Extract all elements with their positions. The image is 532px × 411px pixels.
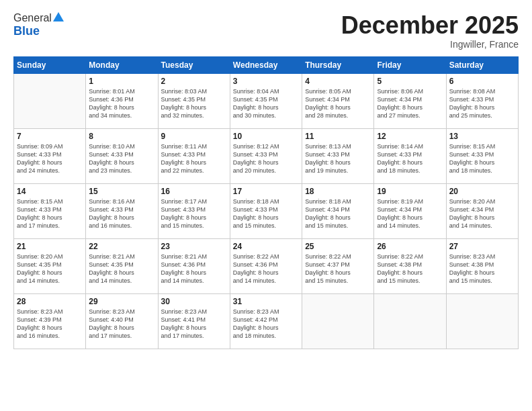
day-detail: Sunrise: 8:23 AM Sunset: 4:40 PM Dayligh… bbox=[89, 308, 154, 340]
col-monday: Monday bbox=[86, 56, 158, 73]
day-detail: Sunrise: 8:16 AM Sunset: 4:33 PM Dayligh… bbox=[89, 197, 154, 230]
day-number: 18 bbox=[305, 187, 371, 196]
day-number: 14 bbox=[17, 187, 83, 196]
day-number: 13 bbox=[449, 132, 515, 141]
header-row: Sunday Monday Tuesday Wednesday Thursday… bbox=[14, 56, 519, 73]
day-cell: 23Sunrise: 8:21 AM Sunset: 4:36 PM Dayli… bbox=[158, 238, 230, 293]
day-cell: 30Sunrise: 8:23 AM Sunset: 4:41 PM Dayli… bbox=[158, 293, 230, 349]
day-detail: Sunrise: 8:23 AM Sunset: 4:39 PM Dayligh… bbox=[17, 308, 83, 340]
week-row-2: 7Sunrise: 8:09 AM Sunset: 4:33 PM Daylig… bbox=[14, 128, 519, 183]
day-cell: 11Sunrise: 8:13 AM Sunset: 4:33 PM Dayli… bbox=[302, 128, 374, 183]
week-row-3: 14Sunrise: 8:15 AM Sunset: 4:33 PM Dayli… bbox=[14, 183, 519, 238]
day-detail: Sunrise: 8:23 AM Sunset: 4:38 PM Dayligh… bbox=[449, 253, 515, 285]
day-cell: 8Sunrise: 8:10 AM Sunset: 4:33 PM Daylig… bbox=[86, 128, 158, 183]
day-number: 27 bbox=[449, 242, 515, 251]
col-wednesday: Wednesday bbox=[230, 56, 302, 73]
title-month: December 2025 bbox=[341, 12, 519, 39]
day-number: 15 bbox=[89, 187, 154, 196]
day-detail: Sunrise: 8:01 AM Sunset: 4:36 PM Dayligh… bbox=[89, 87, 154, 120]
week-row-4: 21Sunrise: 8:20 AM Sunset: 4:35 PM Dayli… bbox=[14, 238, 519, 293]
day-number: 5 bbox=[377, 77, 443, 86]
logo-icon bbox=[53, 12, 64, 21]
day-detail: Sunrise: 8:13 AM Sunset: 4:33 PM Dayligh… bbox=[305, 142, 371, 175]
day-cell: 14Sunrise: 8:15 AM Sunset: 4:33 PM Dayli… bbox=[14, 183, 86, 238]
day-cell: 12Sunrise: 8:14 AM Sunset: 4:33 PM Dayli… bbox=[374, 128, 446, 183]
day-cell: 19Sunrise: 8:19 AM Sunset: 4:34 PM Dayli… bbox=[374, 183, 446, 238]
day-cell: 29Sunrise: 8:23 AM Sunset: 4:40 PM Dayli… bbox=[86, 293, 158, 349]
day-detail: Sunrise: 8:12 AM Sunset: 4:33 PM Dayligh… bbox=[233, 142, 299, 175]
day-detail: Sunrise: 8:20 AM Sunset: 4:34 PM Dayligh… bbox=[449, 197, 515, 230]
svg-marker-0 bbox=[53, 12, 64, 21]
day-cell: 28Sunrise: 8:23 AM Sunset: 4:39 PM Dayli… bbox=[14, 293, 86, 349]
day-cell: 26Sunrise: 8:22 AM Sunset: 4:38 PM Dayli… bbox=[374, 238, 446, 293]
day-cell bbox=[302, 293, 374, 349]
day-number: 31 bbox=[233, 297, 299, 306]
week-row-5: 28Sunrise: 8:23 AM Sunset: 4:39 PM Dayli… bbox=[14, 293, 519, 349]
day-detail: Sunrise: 8:15 AM Sunset: 4:33 PM Dayligh… bbox=[17, 197, 83, 230]
day-detail: Sunrise: 8:11 AM Sunset: 4:33 PM Dayligh… bbox=[161, 142, 227, 175]
day-detail: Sunrise: 8:18 AM Sunset: 4:34 PM Dayligh… bbox=[305, 197, 371, 230]
day-cell: 9Sunrise: 8:11 AM Sunset: 4:33 PM Daylig… bbox=[158, 128, 230, 183]
col-sunday: Sunday bbox=[14, 56, 86, 73]
day-detail: Sunrise: 8:04 AM Sunset: 4:35 PM Dayligh… bbox=[233, 87, 299, 120]
day-detail: Sunrise: 8:08 AM Sunset: 4:33 PM Dayligh… bbox=[449, 87, 515, 120]
day-cell: 3Sunrise: 8:04 AM Sunset: 4:35 PM Daylig… bbox=[230, 73, 302, 128]
day-number: 6 bbox=[449, 77, 515, 86]
title-block: December 2025 Ingwiller, France bbox=[341, 12, 519, 50]
day-cell: 10Sunrise: 8:12 AM Sunset: 4:33 PM Dayli… bbox=[230, 128, 302, 183]
week-row-1: 1Sunrise: 8:01 AM Sunset: 4:36 PM Daylig… bbox=[14, 73, 519, 128]
logo-general: General bbox=[13, 12, 52, 24]
day-detail: Sunrise: 8:19 AM Sunset: 4:34 PM Dayligh… bbox=[377, 197, 443, 230]
col-thursday: Thursday bbox=[302, 56, 374, 73]
day-number: 16 bbox=[161, 187, 227, 196]
day-detail: Sunrise: 8:21 AM Sunset: 4:36 PM Dayligh… bbox=[161, 253, 227, 285]
day-cell bbox=[374, 293, 446, 349]
day-cell: 31Sunrise: 8:23 AM Sunset: 4:42 PM Dayli… bbox=[230, 293, 302, 349]
day-cell bbox=[14, 73, 86, 128]
day-detail: Sunrise: 8:23 AM Sunset: 4:42 PM Dayligh… bbox=[233, 308, 299, 340]
day-detail: Sunrise: 8:10 AM Sunset: 4:33 PM Dayligh… bbox=[89, 142, 154, 175]
day-cell: 25Sunrise: 8:22 AM Sunset: 4:37 PM Dayli… bbox=[302, 238, 374, 293]
day-detail: Sunrise: 8:22 AM Sunset: 4:36 PM Dayligh… bbox=[233, 253, 299, 285]
day-cell: 1Sunrise: 8:01 AM Sunset: 4:36 PM Daylig… bbox=[86, 73, 158, 128]
day-number: 24 bbox=[233, 242, 299, 251]
day-detail: Sunrise: 8:20 AM Sunset: 4:35 PM Dayligh… bbox=[17, 253, 83, 285]
day-cell: 27Sunrise: 8:23 AM Sunset: 4:38 PM Dayli… bbox=[446, 238, 518, 293]
day-number: 22 bbox=[89, 242, 154, 251]
day-cell bbox=[446, 293, 518, 349]
calendar: Sunday Monday Tuesday Wednesday Thursday… bbox=[13, 56, 519, 349]
day-number: 21 bbox=[17, 242, 83, 251]
day-number: 28 bbox=[17, 297, 83, 306]
day-number: 7 bbox=[17, 132, 83, 141]
logo: General Blue bbox=[13, 12, 64, 38]
day-cell: 13Sunrise: 8:15 AM Sunset: 4:33 PM Dayli… bbox=[446, 128, 518, 183]
day-number: 9 bbox=[161, 132, 227, 141]
col-tuesday: Tuesday bbox=[158, 56, 230, 73]
day-number: 12 bbox=[377, 132, 443, 141]
day-cell: 5Sunrise: 8:06 AM Sunset: 4:34 PM Daylig… bbox=[374, 73, 446, 128]
day-number: 4 bbox=[305, 77, 371, 86]
day-detail: Sunrise: 8:21 AM Sunset: 4:35 PM Dayligh… bbox=[89, 253, 154, 285]
header: General Blue December 2025 Ingwiller, Fr… bbox=[13, 12, 519, 50]
day-cell: 21Sunrise: 8:20 AM Sunset: 4:35 PM Dayli… bbox=[14, 238, 86, 293]
day-number: 17 bbox=[233, 187, 299, 196]
day-detail: Sunrise: 8:15 AM Sunset: 4:33 PM Dayligh… bbox=[449, 142, 515, 175]
day-cell: 4Sunrise: 8:05 AM Sunset: 4:34 PM Daylig… bbox=[302, 73, 374, 128]
day-number: 3 bbox=[233, 77, 299, 86]
day-number: 19 bbox=[377, 187, 443, 196]
day-number: 30 bbox=[161, 297, 227, 306]
day-number: 29 bbox=[89, 297, 154, 306]
day-detail: Sunrise: 8:06 AM Sunset: 4:34 PM Dayligh… bbox=[377, 87, 443, 120]
title-location: Ingwiller, France bbox=[341, 39, 519, 50]
day-number: 10 bbox=[233, 132, 299, 141]
day-detail: Sunrise: 8:03 AM Sunset: 4:35 PM Dayligh… bbox=[161, 87, 227, 120]
day-cell: 6Sunrise: 8:08 AM Sunset: 4:33 PM Daylig… bbox=[446, 73, 518, 128]
day-detail: Sunrise: 8:22 AM Sunset: 4:38 PM Dayligh… bbox=[377, 253, 443, 285]
day-detail: Sunrise: 8:17 AM Sunset: 4:33 PM Dayligh… bbox=[161, 197, 227, 230]
day-number: 11 bbox=[305, 132, 371, 141]
day-cell: 17Sunrise: 8:18 AM Sunset: 4:33 PM Dayli… bbox=[230, 183, 302, 238]
day-cell: 16Sunrise: 8:17 AM Sunset: 4:33 PM Dayli… bbox=[158, 183, 230, 238]
day-number: 25 bbox=[305, 242, 371, 251]
day-cell: 24Sunrise: 8:22 AM Sunset: 4:36 PM Dayli… bbox=[230, 238, 302, 293]
day-cell: 7Sunrise: 8:09 AM Sunset: 4:33 PM Daylig… bbox=[14, 128, 86, 183]
